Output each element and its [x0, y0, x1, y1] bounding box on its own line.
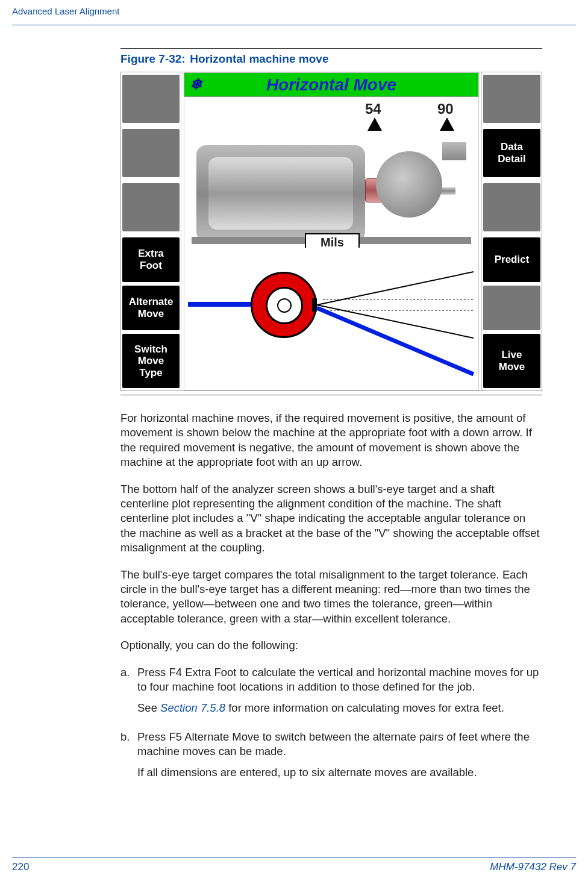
list-body: Press F4 Extra Foot to calculate the ver…	[137, 665, 542, 724]
option-list: a. Press F4 Extra Foot to calculate the …	[120, 665, 542, 788]
left-softkey-column: Extra Foot Alternate Move Switch Move Ty…	[121, 72, 181, 390]
svg-rect-5	[312, 298, 317, 312]
up-arrow-icon	[440, 118, 454, 131]
screen-titlebar: ❄ Horizontal Move	[184, 73, 478, 97]
list-item: b. Press F5 Alternate Move to switch bet…	[120, 730, 542, 788]
pump-graphic	[358, 133, 466, 236]
paragraph: The bull's-eye target compares the total…	[120, 568, 542, 627]
bullseye-center	[277, 298, 292, 313]
list-marker: b.	[120, 730, 137, 788]
list-body: Press F5 Alternate Move to switch betwee…	[137, 730, 542, 788]
up-arrow-icon	[367, 118, 382, 131]
softkey-data-detail[interactable]: Data Detail	[483, 129, 540, 177]
section-title: Advanced Laser Alignment	[12, 6, 119, 16]
list-note: If all dimensions are entered, up to six…	[137, 765, 542, 780]
xref-link[interactable]: Section 7.5.8	[160, 701, 225, 714]
list-marker: a.	[120, 665, 137, 724]
shaft-centerline-left	[188, 302, 254, 307]
keycap-f4-extra-foot: F4 Extra Foot	[169, 666, 236, 679]
svg-line-1	[317, 305, 474, 338]
paragraph: Optionally, you can do the following:	[120, 638, 542, 653]
softkey-live-move[interactable]: Live Move	[483, 334, 540, 388]
softkey-blank	[483, 286, 540, 330]
page-header: Advanced Laser Alignment	[12, 6, 576, 25]
figure-bottom-rule	[120, 395, 542, 395]
bullseye-target	[251, 272, 317, 338]
page-footer: 220 MHM-97432 Rev 7	[12, 857, 576, 873]
softkey-blank	[122, 75, 180, 123]
list-item: a. Press F4 Extra Foot to calculate the …	[120, 665, 542, 724]
text: for more information on calculating move…	[225, 701, 504, 714]
softkey-blank	[122, 183, 180, 231]
softkey-switch-move-type[interactable]: Switch Move Type	[122, 334, 180, 388]
text: Press	[137, 730, 169, 743]
pump-body	[376, 151, 442, 218]
svg-line-4	[317, 308, 474, 374]
alignment-plot	[184, 248, 478, 390]
snowflake-icon: ❄	[188, 77, 204, 92]
figure-title-text: Horizontal machine move	[190, 52, 328, 65]
analyzer-center: ❄ Horizontal Move 54 90 Mils	[184, 72, 479, 390]
analyzer-screenshot: Extra Foot Alternate Move Switch Move Ty…	[120, 72, 542, 391]
move-value-right: 90	[437, 101, 454, 118]
pump-nozzle	[442, 142, 466, 160]
figure-caption: Figure 7-32: Horizontal machine move	[120, 48, 542, 66]
svg-line-0	[317, 272, 474, 305]
motor-graphic	[196, 145, 365, 242]
screen-title: Horizontal Move	[266, 75, 396, 94]
doc-id: MHM-97432 Rev 7	[490, 861, 576, 873]
right-softkey-column: Data Detail Predict Live Move	[481, 72, 542, 390]
page-number: 220	[12, 861, 29, 873]
softkey-predict[interactable]: Predict	[483, 237, 540, 282]
text: Press	[137, 666, 169, 679]
softkey-blank	[122, 129, 180, 177]
figure-label: Figure 7-32:	[120, 52, 187, 66]
text: See	[137, 701, 160, 714]
move-value-left: 54	[365, 101, 381, 118]
keycap-f5-alternate-move: F5 Alternate Move	[169, 730, 259, 743]
softkey-blank	[483, 75, 540, 123]
softkey-extra-foot[interactable]: Extra Foot	[122, 237, 180, 282]
softkey-alternate-move[interactable]: Alternate Move	[122, 286, 180, 330]
paragraph: For horizontal machine moves, if the req…	[120, 411, 542, 470]
paragraph: The bottom half of the analyzer screen s…	[120, 482, 542, 556]
machine-view: 54 90 Mils	[184, 97, 478, 248]
softkey-blank	[483, 183, 540, 231]
content-column: Figure 7-32: Horizontal machine move Ext…	[120, 48, 542, 794]
